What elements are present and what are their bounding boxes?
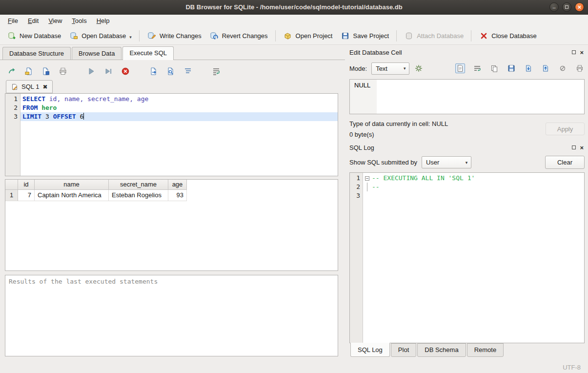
revert-changes-button[interactable]: Revert Changes xyxy=(205,29,272,43)
close-dock-icon[interactable]: × xyxy=(580,145,584,151)
main-area: Database Structure Browse Data Execute S… xyxy=(0,45,588,361)
tab-database-structure[interactable]: Database Structure xyxy=(2,47,71,60)
fold-collapse-icon[interactable]: − xyxy=(365,176,369,181)
open-project-button[interactable]: Open Project xyxy=(279,29,337,43)
set-null-icon[interactable] xyxy=(558,63,568,73)
sql-toolbar xyxy=(5,63,338,79)
save-sql-file-icon[interactable] xyxy=(41,66,51,76)
find-replace-icon[interactable] xyxy=(166,66,176,76)
log-line-1: − -- EXECUTING ALL IN 'SQL 1' xyxy=(363,174,584,183)
editor-tab-sql1[interactable]: SQL 1 ✖ xyxy=(6,80,53,93)
save-project-button[interactable]: Save Project xyxy=(336,29,393,43)
open-database-icon xyxy=(69,31,79,41)
save-icon[interactable] xyxy=(507,63,516,73)
open-database-dropdown-icon[interactable]: ▾ xyxy=(129,35,132,41)
menu-edit[interactable]: Edit xyxy=(23,15,43,27)
close-database-button[interactable]: Close Database xyxy=(475,29,541,43)
import-icon[interactable] xyxy=(524,63,533,73)
editor-tabbar: SQL 1 ✖ xyxy=(5,79,338,93)
results-header-row: id name secret_name age xyxy=(5,180,338,190)
sql-number: 6 xyxy=(76,113,84,120)
tab-execute-sql[interactable]: Execute SQL xyxy=(122,46,174,60)
open-database-button[interactable]: Open Database ▾ xyxy=(65,29,136,43)
execute-current-line-icon[interactable] xyxy=(103,66,113,76)
tab-browse-data[interactable]: Browse Data xyxy=(72,47,122,60)
menubar: File Edit View Tools Help xyxy=(0,15,588,27)
mode-combobox[interactable]: Text ▾ xyxy=(371,62,409,75)
float-dock-icon[interactable] xyxy=(572,145,576,149)
log-area: − -- EXECUTING ALL IN 'SQL 1' -- xyxy=(363,173,584,343)
chevron-down-icon: ▾ xyxy=(400,66,409,71)
column-header-name[interactable]: name xyxy=(35,180,109,190)
column-header-id[interactable]: id xyxy=(18,180,35,190)
sql-log-view[interactable]: 1 2 3 − -- EXECUTING ALL IN 'SQL 1' -- xyxy=(349,172,585,343)
attach-database-label: Attach Database xyxy=(417,32,464,40)
execute-all-icon[interactable] xyxy=(86,66,96,76)
cell-id[interactable]: 7 xyxy=(18,190,35,201)
word-wrap-icon[interactable] xyxy=(472,63,482,73)
code-area[interactable]: SELECT id, name, secret_name, age FROM h… xyxy=(20,94,338,176)
mode-value: Text xyxy=(376,65,387,72)
code-line-3[interactable]: LIMIT 3 OFFSET 6 xyxy=(20,112,338,121)
tab-sql-log[interactable]: SQL Log xyxy=(350,343,390,357)
menu-tools[interactable]: Tools xyxy=(67,15,91,27)
corner-header xyxy=(5,180,18,190)
sql-code-editor[interactable]: 1 2 3 SELECT id, name, secret_name, age … xyxy=(5,93,338,176)
left-pane: Database Structure Browse Data Execute S… xyxy=(0,45,345,361)
edit-cell-icon-group xyxy=(455,63,585,73)
code-line-1[interactable]: SELECT id, name, secret_name, age xyxy=(20,95,338,104)
cell-secret-name[interactable]: Esteban Rogelios xyxy=(109,190,168,201)
clear-button[interactable]: Clear xyxy=(545,156,585,169)
column-header-age[interactable]: age xyxy=(168,180,187,190)
sql-log-filter-combobox[interactable]: User ▾ xyxy=(422,156,471,168)
log-line-2: -- xyxy=(363,183,584,191)
word-wrap-icon[interactable] xyxy=(211,66,221,76)
sql-number: 3 xyxy=(41,113,53,120)
close-icon: × xyxy=(578,3,582,11)
menu-help[interactable]: Help xyxy=(92,15,115,27)
open-tab-icon[interactable] xyxy=(7,66,17,76)
print-icon[interactable] xyxy=(58,66,68,76)
toolbar-separator xyxy=(139,30,140,41)
line-number: 1 xyxy=(350,174,360,183)
tab-db-schema[interactable]: DB Schema xyxy=(417,343,466,357)
results-grid: id name secret_name age 1 7 Captain Nort… xyxy=(5,179,338,271)
tab-remote[interactable]: Remote xyxy=(467,343,504,357)
export-results-icon[interactable] xyxy=(149,66,159,76)
menu-file[interactable]: File xyxy=(3,15,23,27)
print-icon[interactable] xyxy=(575,63,585,73)
menu-view[interactable]: View xyxy=(43,15,67,27)
float-dock-icon[interactable] xyxy=(572,50,576,54)
close-button[interactable]: × xyxy=(575,2,584,12)
copy-icon[interactable] xyxy=(489,63,499,73)
mode-label: Mode: xyxy=(349,65,367,72)
encoding-indicator[interactable]: UTF-8 xyxy=(563,364,581,371)
open-sql-file-icon[interactable] xyxy=(24,66,34,76)
cell-editor[interactable]: NULL xyxy=(349,79,585,114)
format-sql-icon[interactable] xyxy=(183,66,193,76)
editor-tab-close-icon[interactable]: ✖ xyxy=(42,83,47,90)
apply-button[interactable]: Apply xyxy=(546,123,585,135)
right-pane: Edit Database Cell × Mode: Text ▾ xyxy=(345,45,588,361)
close-dock-icon[interactable]: × xyxy=(580,49,584,56)
main-toolbar: New Database Open Database ▾ Write Chang… xyxy=(0,27,588,45)
new-database-button[interactable]: New Database xyxy=(3,29,65,43)
write-changes-button[interactable]: Write Changes xyxy=(143,29,205,43)
tab-plot[interactable]: Plot xyxy=(391,343,416,357)
maximize-button[interactable] xyxy=(562,2,571,12)
auto-switch-mode-icon[interactable] xyxy=(414,63,424,73)
cell-age[interactable]: 93 xyxy=(168,190,187,201)
minimize-button[interactable]: – xyxy=(549,2,559,12)
export-icon[interactable] xyxy=(541,63,550,73)
column-header-secret-name[interactable]: secret_name xyxy=(109,180,168,190)
save-project-label: Save Project xyxy=(353,32,389,40)
text-mode-icon[interactable] xyxy=(455,63,465,73)
main-tabbar: Database Structure Browse Data Execute S… xyxy=(0,45,345,60)
stop-icon[interactable] xyxy=(121,66,130,76)
toolbar-separator xyxy=(396,30,397,41)
code-line-2[interactable]: FROM hero xyxy=(20,104,338,112)
cell-name[interactable]: Captain North America xyxy=(35,190,109,201)
save-project-icon xyxy=(340,31,350,41)
attach-database-icon xyxy=(404,31,414,41)
attach-database-button: Attach Database xyxy=(400,29,467,43)
